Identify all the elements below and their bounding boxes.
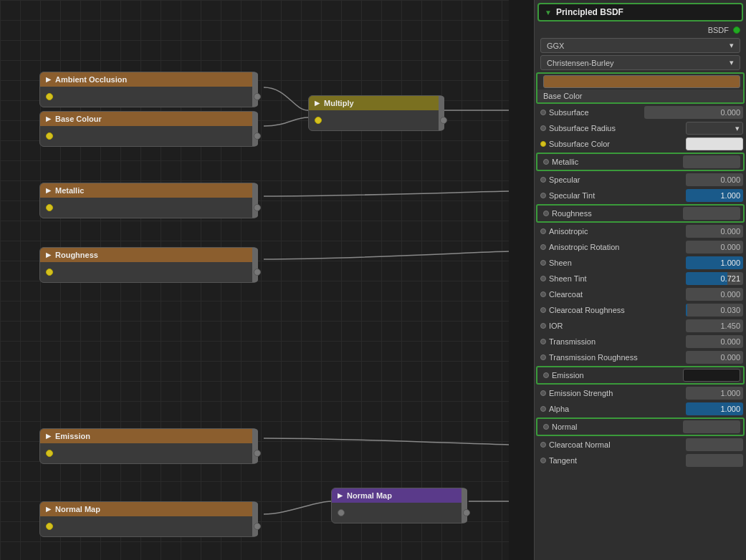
alpha-slider[interactable]: 1.000 xyxy=(686,402,743,415)
roughness-node[interactable]: ▶ Roughness xyxy=(39,247,258,283)
emission-node[interactable]: ▶ Emission xyxy=(39,428,258,464)
output-socket[interactable] xyxy=(315,117,322,124)
anisotropic-row[interactable]: Anisotropic 0.000 xyxy=(535,223,746,239)
input-socket[interactable] xyxy=(254,523,261,530)
node-header: ▶ Ambient Occlusion xyxy=(40,72,257,87)
ior-row[interactable]: IOR 1.450 xyxy=(535,318,746,334)
input-socket[interactable] xyxy=(254,204,261,211)
input-socket[interactable] xyxy=(254,93,261,100)
sheen-tint-socket xyxy=(540,276,546,281)
specular-value[interactable]: 0.000 xyxy=(686,173,743,186)
ggx-dropdown[interactable]: GGX ▾ xyxy=(540,38,740,53)
roughness-row[interactable]: Roughness xyxy=(537,206,743,221)
subsurface-color-swatch[interactable] xyxy=(686,137,743,150)
node-expand-icon[interactable]: ▶ xyxy=(46,115,51,122)
subsurface-color-row[interactable]: Subsurface Color xyxy=(535,136,746,152)
roughness-socket xyxy=(543,211,549,216)
tangent-label: Tangent xyxy=(549,456,683,465)
node-expand-icon[interactable]: ▶ xyxy=(46,506,51,513)
output-socket[interactable] xyxy=(338,509,345,516)
ior-value[interactable]: 1.450 xyxy=(686,319,743,332)
output-socket[interactable] xyxy=(46,204,53,211)
clearcoat-roughness-slider[interactable]: 0.030 xyxy=(686,304,743,317)
input-socket[interactable] xyxy=(463,509,470,516)
alpha-row[interactable]: Alpha 1.000 xyxy=(535,401,746,417)
node-expand-icon[interactable]: ▶ xyxy=(46,251,51,259)
sheen-tint-slider[interactable]: 0.721 xyxy=(686,272,743,285)
subsurface-radius-dropdown[interactable]: ▾ xyxy=(686,122,743,135)
ggx-label: GGX xyxy=(547,42,564,50)
anisotropic-value[interactable]: 0.000 xyxy=(686,225,743,238)
sheen-socket xyxy=(540,260,546,266)
metallic-slider[interactable] xyxy=(683,155,740,168)
node-editor-canvas[interactable]: ▶ Ambient Occlusion ▶ Base Colour ▶ xyxy=(0,0,509,560)
specular-tint-slider[interactable]: 1.000 xyxy=(686,189,743,202)
base-colour-node[interactable]: ▶ Base Colour xyxy=(39,111,258,147)
emission-color-swatch[interactable] xyxy=(683,369,740,382)
input-socket[interactable] xyxy=(254,450,261,457)
normal-map-node[interactable]: ▶ Normal Map xyxy=(331,488,467,523)
normal-value[interactable] xyxy=(683,420,740,433)
specular-row[interactable]: Specular 0.000 xyxy=(535,172,746,188)
transmission-row[interactable]: Transmission 0.000 xyxy=(535,334,746,349)
alpha-label: Alpha xyxy=(549,405,683,413)
sheen-slider[interactable]: 1.000 xyxy=(686,256,743,269)
node-expand-icon[interactable]: ▶ xyxy=(315,100,320,107)
subsurface-radius-row[interactable]: Subsurface Radius ▾ xyxy=(535,120,746,136)
sheen-row[interactable]: Sheen 1.000 xyxy=(535,255,746,271)
output-socket[interactable] xyxy=(46,450,53,457)
metallic-row[interactable]: Metallic xyxy=(537,154,743,170)
clearcoat-value[interactable]: 0.000 xyxy=(686,288,743,301)
node-expand-icon[interactable]: ▶ xyxy=(338,492,343,499)
chevron-down-icon: ▾ xyxy=(735,124,740,133)
input-socket[interactable] xyxy=(440,117,447,124)
output-socket[interactable] xyxy=(46,523,53,530)
emission-strength-row[interactable]: Emission Strength 1.000 xyxy=(535,385,746,401)
subsurface-color-socket xyxy=(540,141,546,147)
clearcoat-row[interactable]: Clearcoat 0.000 xyxy=(535,286,746,302)
node-title: Metallic xyxy=(55,186,84,195)
emission-panel-label: Emission xyxy=(552,371,680,380)
sheen-tint-row[interactable]: Sheen Tint 0.721 xyxy=(535,271,746,286)
panel-collapse-icon[interactable]: ▼ xyxy=(545,9,552,16)
clearcoat-normal-value[interactable] xyxy=(686,438,743,451)
emission-strength-value[interactable]: 1.000 xyxy=(686,387,743,400)
node-header: ▶ Base Colour xyxy=(40,112,257,126)
output-socket[interactable] xyxy=(46,93,53,100)
emission-strength-label: Emission Strength xyxy=(549,389,683,397)
tangent-row[interactable]: Tangent xyxy=(535,453,746,468)
subsurface-row[interactable]: Subsurface 0.000 xyxy=(535,105,746,120)
panel-header: ▼ Principled BSDF xyxy=(537,3,743,21)
clearcoat-roughness-row[interactable]: Clearcoat Roughness 0.030 xyxy=(535,302,746,318)
subsurface-slider[interactable]: 0.000 xyxy=(644,106,744,119)
transmission-value[interactable]: 0.000 xyxy=(686,335,743,348)
transmission-roughness-row[interactable]: Transmission Roughness 0.000 xyxy=(535,349,746,365)
christensen-dropdown[interactable]: Christensen-Burley ▾ xyxy=(540,55,740,70)
metallic-node[interactable]: ▶ Metallic xyxy=(39,183,258,218)
node-expand-icon[interactable]: ▶ xyxy=(46,433,51,440)
base-color-label: Base Color xyxy=(537,90,743,102)
node-header: ▶ Roughness xyxy=(40,248,257,262)
specular-tint-row[interactable]: Specular Tint 1.000 xyxy=(535,188,746,203)
emission-row[interactable]: Emission xyxy=(537,367,743,383)
chevron-down-icon: ▾ xyxy=(730,41,734,50)
input-socket[interactable] xyxy=(254,269,261,276)
normal-map-input-node[interactable]: ▶ Normal Map xyxy=(39,501,258,537)
output-socket[interactable] xyxy=(46,132,53,140)
anisotropic-rotation-value[interactable]: 0.000 xyxy=(686,241,743,254)
tangent-value[interactable] xyxy=(686,454,743,467)
base-color-row[interactable] xyxy=(537,74,743,90)
ambient-occlusion-node[interactable]: ▶ Ambient Occlusion xyxy=(39,72,258,107)
normal-row[interactable]: Normal xyxy=(537,419,743,435)
node-expand-icon[interactable]: ▶ xyxy=(46,187,51,194)
roughness-slider[interactable] xyxy=(683,207,740,220)
node-expand-icon[interactable]: ▶ xyxy=(46,76,51,83)
output-socket[interactable] xyxy=(46,269,53,276)
base-color-field[interactable] xyxy=(543,75,740,88)
clearcoat-normal-row[interactable]: Clearcoat Normal xyxy=(535,437,746,453)
subsurface-radius-socket xyxy=(540,125,546,131)
transmission-roughness-value[interactable]: 0.000 xyxy=(686,351,743,364)
multiply-node[interactable]: ▶ Multiply xyxy=(308,95,444,131)
anisotropic-rotation-row[interactable]: Anisotropic Rotation 0.000 xyxy=(535,239,746,255)
input-socket[interactable] xyxy=(254,132,261,140)
